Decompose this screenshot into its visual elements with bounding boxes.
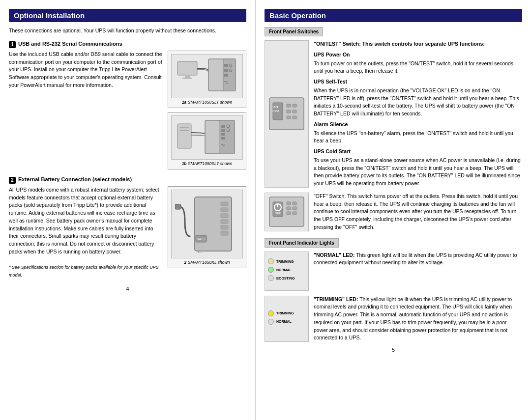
step1-caption-a: 1a SMART1050SLT shown [182,100,232,105]
led-boosting-label: BOOSTING [276,277,295,280]
normal-led-header: "NORMAL" LED: [314,252,354,258]
step1-image-placeholder-b: ⌥ [171,115,243,160]
svg-rect-54 [293,212,296,215]
step2-footnote: * See Specifications section for battery… [9,265,159,278]
led-row-trimming: TRIMMING [268,258,294,264]
svg-rect-41 [293,110,296,113]
step1-text: Use the included USB cable and/or DB9 se… [9,51,163,169]
svg-rect-29 [221,225,228,229]
svg-rect-39 [293,104,296,107]
svg-point-9 [229,69,232,72]
left-title: Optional Installation [14,11,85,20]
svg-text:⌥: ⌥ [221,143,225,147]
step2-section: 2 External Battery Connection (select mo… [9,176,246,279]
off-switch-svg: OFF [267,195,306,229]
svg-rect-43 [293,116,296,119]
led-normal2-label: NORMAL [276,320,292,323]
led-row-boosting: BOOSTING [268,275,295,281]
trimming-led-description: "TRIMMING" LED: This yellow light be lit… [314,296,522,342]
svg-text:+    -: + - [198,251,202,254]
led-normal2-circle [268,319,274,325]
indicator-content-normal: TRIMMING NORMAL BOOSTING "NORMAL" LED: T… [265,252,522,291]
svg-rect-40 [287,110,291,113]
step2-caption: 2 SMART1050XL shown [184,260,230,265]
svg-text:ON: ON [273,106,278,109]
alarm-silence-text: To silence the UPS "on-battery" alarm, p… [314,130,522,145]
front-panel-indicator-label: Front Panel Indicator Lights [265,238,339,248]
off-switch-content: OFF "OFF" Switch: This switch turns powe… [265,193,522,231]
svg-rect-26 [221,208,228,212]
led-row-trimming2: TRIMMING [268,310,294,316]
step1-images: ⌥ 1a SMART1050SLT shown [168,51,246,169]
ups-power-on-header: UPS Power On [314,51,522,59]
left-section-header: Optional Installation [9,9,246,22]
led-normal-circle [268,267,274,273]
svg-rect-17 [221,129,225,132]
led-trimming-label: TRIMMING [276,260,294,263]
step1-section: 1 USB and RS-232 Serial Communications U… [9,41,246,169]
svg-rect-30 [221,231,228,235]
normal-led-description: "NORMAL" LED: This green light will be l… [314,252,522,267]
svg-point-21 [227,129,230,132]
svg-text:⌥: ⌥ [224,80,228,84]
step2-title: External Battery Connection (select mode… [18,176,132,182]
svg-text:OFF: OFF [275,212,281,215]
right-title: Basic Operation [269,11,326,20]
indicator-content-trimming: TRIMMING NORMAL "TRIMMING" LED: This yel… [265,296,522,342]
led-trimming2-circle [268,310,274,316]
svg-rect-27 [221,214,228,218]
right-section-header: Basic Operation [265,9,522,22]
svg-rect-25 [221,202,228,206]
step1-header: 1 USB and RS-232 Serial Communications [9,41,246,48]
alarm-silence-header: Alarm Silence [314,121,522,129]
svg-rect-12 [180,127,189,128]
left-panel: Optional Installation These connections … [0,0,256,420]
svg-rect-5 [224,64,228,67]
off-switch-description: "OFF" Switch: This switch turns power of… [314,193,522,231]
on-test-switch-text: "ON/TEST" Switch: This switch controls f… [314,40,522,188]
svg-rect-38 [287,104,291,107]
svg-rect-23 [175,204,181,209]
svg-rect-1 [185,75,190,78]
svg-point-20 [227,125,230,128]
off-switch-image: OFF [265,193,309,231]
ups-self-test-header: UPS Self-Test [314,78,522,86]
led-trimming-circle [268,258,274,264]
svg-rect-19 [221,137,225,140]
svg-rect-28 [221,220,228,224]
step1-image-placeholder-a: ⌥ [171,54,243,98]
step2-content: All UPS models come with a robust intern… [9,186,246,279]
svg-rect-51 [287,207,291,210]
led-row-normal2: NORMAL [268,319,292,325]
svg-rect-13 [180,130,189,131]
step1-caption-b: 1b SMART1050SLT shown [182,161,233,166]
svg-rect-53 [287,212,291,215]
step1-image-a: ⌥ 1a SMART1050SLT shown [168,51,246,108]
svg-point-8 [229,64,232,67]
indicator-image-trimming: TRIMMING NORMAL [265,296,309,342]
step1-content: Use the included USB cable and/or DB9 se… [9,51,246,169]
step1-svg-b: ⌥ [175,118,239,157]
indicator-text-trimming: "TRIMMING" LED: This yellow light be lit… [314,296,522,342]
switch-content: ON /TEST "ON/TEST" Switch: This switch c… [265,40,522,188]
trimming-led-text: This yellow light be lit when the UPS is… [314,296,512,341]
svg-rect-52 [293,207,296,210]
front-panel-switches-label: Front Panel Switches [265,27,323,36]
svg-rect-18 [221,133,225,136]
ups-power-on-text: To turn power on at the outlets, press t… [314,60,522,76]
led-trimming2-label: TRIMMING [276,311,294,315]
step2-text: All UPS models come with a robust intern… [9,186,163,279]
step1-image-b: ⌥ 1b SMART1050SLT shown [168,112,246,169]
intro-text: These connections are optional. Your UPS… [9,27,246,35]
right-panel: Basic Operation Front Panel Switches ON … [256,0,531,420]
step1-svg-a: ⌥ [175,56,239,96]
svg-rect-6 [224,69,228,72]
step2-image: BATT + - 2 SMART1050XL shown [168,186,246,268]
svg-rect-16 [221,125,225,128]
indicator-image-normal: TRIMMING NORMAL BOOSTING [265,252,309,291]
led-normal-label: NORMAL [276,268,292,272]
svg-rect-42 [287,116,291,119]
ups-cold-start-header: UPS Cold Start [314,148,522,156]
svg-rect-7 [224,74,228,77]
on-test-intro: "ON/TEST" Switch: This switch controls f… [314,40,522,48]
